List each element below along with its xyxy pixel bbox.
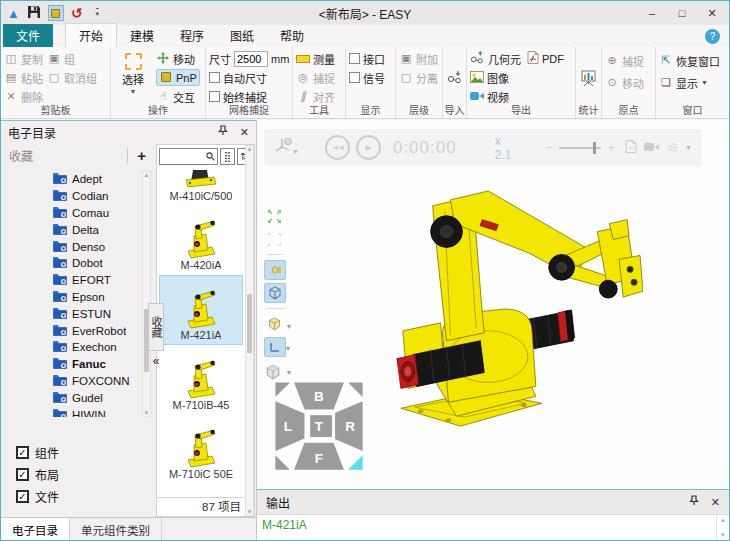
tree-item-everrobot[interactable]: EverRobot (53, 322, 138, 339)
close-button[interactable]: ✕ (697, 2, 727, 24)
tree-item-comau[interactable]: Comau (53, 205, 138, 222)
view-cube-corner-bl[interactable] (275, 455, 290, 470)
fit-selection-button[interactable] (264, 229, 286, 249)
collapse-panel-button[interactable]: « (148, 353, 164, 371)
model-item-m-421ia[interactable]: M-421iA (159, 275, 243, 345)
tree-item-denso[interactable]: Denso (53, 238, 138, 255)
origin-gizmo-icon[interactable] (274, 137, 294, 158)
tree-item-epson[interactable]: Epson (53, 289, 138, 306)
model-list-scrollbar[interactable]: ▲▼ (245, 145, 254, 516)
tree-item-codian[interactable]: Codian (53, 188, 138, 205)
speed-minus-button[interactable]: − (545, 140, 553, 155)
customize-toolbar-button[interactable]: ▾ (96, 8, 100, 18)
snap-button[interactable]: ◎捕捉 (296, 69, 335, 86)
maximize-button[interactable]: □ (667, 2, 697, 24)
detach-button[interactable]: ▢分离 (399, 69, 438, 86)
tree-item-delta[interactable]: Delta (53, 221, 138, 238)
group-button[interactable]: ▣组 (47, 50, 97, 67)
tab-cell-component-category[interactable]: 单元组件类别 (70, 518, 162, 540)
tab-e-catalog[interactable]: 电子目录 (1, 518, 70, 540)
select-button[interactable]: 选择 ▼ (114, 50, 152, 105)
export-geometry-button[interactable]: 几何元 (470, 50, 521, 67)
pin-icon[interactable] (218, 125, 228, 139)
view-cube-corner-tr[interactable] (348, 382, 363, 397)
tab-program[interactable]: 程序 (167, 24, 217, 47)
view-cube[interactable]: B L T R F (267, 370, 371, 478)
search-input[interactable] (159, 148, 218, 165)
save-button[interactable] (27, 5, 41, 22)
output-scrollbar[interactable]: ▲▼ (716, 515, 729, 540)
model-item-m-420ia[interactable]: M-420iA (159, 206, 243, 274)
tree-item-adept[interactable]: Adept (53, 171, 138, 188)
tree-item-estun[interactable]: ESTUN (53, 305, 138, 322)
close-panel-icon[interactable]: ✕ (711, 496, 720, 509)
tree-item-exechon[interactable]: Exechon (53, 339, 138, 356)
close-panel-icon[interactable]: ✕ (240, 126, 249, 139)
filter-files[interactable]: ✓文件 (16, 488, 59, 505)
rewind-button[interactable]: ◄◄ (325, 135, 350, 160)
tree-item-hiwin[interactable]: HIWIN (53, 406, 138, 417)
pnp-button[interactable]: PnP (156, 69, 200, 86)
record-video-icon[interactable] (644, 141, 659, 155)
import-button[interactable] (447, 52, 463, 105)
tree-item-gudel[interactable]: Gudel (53, 389, 138, 406)
origin-snap-button[interactable]: ⊕捕捉 (605, 52, 644, 69)
fit-all-button[interactable] (264, 206, 286, 226)
tree-item-efort[interactable]: EFORT (53, 272, 138, 289)
origin-move-button[interactable]: ⊙移动 (605, 74, 644, 91)
export-pdf-icon[interactable] (625, 140, 637, 156)
catalog-filters: ✓组件 ✓布局 ✓文件 (16, 444, 59, 505)
model-item-m-710ic-50e[interactable]: M-710iC 50E (159, 415, 243, 483)
ungroup-button[interactable]: ▢取消组 (47, 69, 97, 86)
help-button[interactable]: ? (705, 29, 720, 44)
speed-plus-button[interactable]: + (607, 140, 615, 155)
filter-components[interactable]: ✓组件 (16, 444, 59, 461)
perspective-button[interactable] (264, 283, 286, 303)
move-button[interactable]: 移动 (156, 50, 200, 67)
slider-handle[interactable] (593, 142, 596, 154)
export-image-button[interactable]: 图像 (470, 69, 564, 86)
add-favorite-button[interactable]: + (127, 148, 148, 163)
model-item-m-710ib-45[interactable]: M-710iB-45 (159, 346, 243, 414)
frame-box-button[interactable]: ▼ (264, 314, 286, 334)
tab-drawing[interactable]: 图纸 (217, 24, 267, 47)
signal-checkbox[interactable]: 信号 (349, 69, 385, 86)
export-pdf-button[interactable]: PDF (527, 50, 564, 67)
viewport-3d[interactable]: ▼ ◄◄ ► 0:00:00 x 2.1 − + ▼ ▼ ▼ ▼ (257, 120, 729, 489)
favorites-side-tab[interactable]: 收藏 (148, 303, 164, 351)
restore-window-button[interactable]: ⇱恢复窗口 (659, 52, 720, 69)
filter-layouts[interactable]: ✓布局 (16, 466, 59, 483)
pin-icon[interactable] (689, 495, 699, 509)
render-mode-button[interactable] (264, 260, 286, 280)
cube-mini-icon[interactable] (265, 364, 281, 383)
measure-button[interactable]: 测量 (296, 50, 335, 67)
model-item-m-410ic-500[interactable]: M-410iC/500 (159, 169, 243, 205)
auto-size-checkbox[interactable]: 自动尺寸 (209, 69, 289, 86)
paste-button[interactable]: ▤粘贴 (4, 69, 43, 86)
tab-file[interactable]: 文件 (3, 24, 53, 47)
robot-model-m421ia[interactable] (385, 184, 643, 439)
grid-size-input[interactable] (234, 51, 268, 67)
pnp-toggle-button[interactable] (48, 5, 64, 21)
tab-help[interactable]: 帮助 (267, 24, 317, 47)
copy-button[interactable]: ◫复制 (4, 50, 43, 67)
interface-checkbox[interactable]: 接口 (349, 50, 385, 67)
tab-start[interactable]: 开始 (65, 23, 117, 47)
tree-item-fanuc[interactable]: Fanuc (53, 356, 138, 373)
attach-button[interactable]: ▣附加 (399, 50, 438, 67)
minimize-button[interactable]: – (637, 2, 667, 24)
tree-scrollbar[interactable]: ▲▼ (142, 171, 151, 417)
view-cube-corner-br-highlight[interactable] (348, 455, 363, 470)
grid-view-button[interactable]: ⣿ (220, 148, 235, 165)
display-windows-button[interactable]: ❏显示▼ (659, 74, 720, 91)
world-frame-button[interactable]: ▼ (264, 337, 286, 357)
statistics-button[interactable] (580, 54, 597, 105)
tree-item-dobot[interactable]: Dobot (53, 255, 138, 272)
tree-item-foxconn[interactable]: FOXCONN (53, 373, 138, 390)
tab-modeling[interactable]: 建模 (117, 24, 167, 47)
trace-icon[interactable] (666, 140, 678, 155)
speed-slider[interactable] (559, 147, 602, 149)
play-button[interactable]: ► (356, 135, 381, 160)
view-cube-corner-tl[interactable] (275, 382, 290, 397)
undo-button[interactable]: ↺ (71, 7, 83, 20)
